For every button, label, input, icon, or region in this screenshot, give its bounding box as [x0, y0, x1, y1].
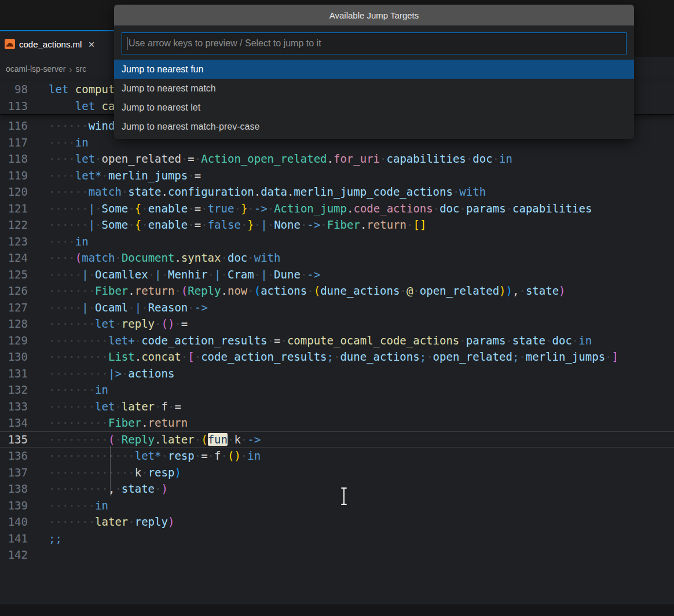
code-line[interactable]: 138·········,·state·) [0, 481, 674, 497]
line-number: 113 [0, 98, 49, 115]
line-number: 117 [0, 134, 49, 151]
code-line[interactable]: 140·······later·reply) [0, 514, 674, 530]
ocaml-file-icon [5, 39, 15, 49]
code-line[interactable]: 136·············let*·resp·=·f·()·in [0, 448, 674, 464]
code-line[interactable]: 131·········|>·actions [0, 365, 674, 382]
code-line-text: ;; [49, 530, 62, 547]
code-line[interactable]: 120······match·state.configuration.data.… [0, 184, 674, 200]
line-number: 122 [0, 217, 49, 233]
breadcrumb-item-project[interactable]: ocaml-lsp-server [6, 64, 65, 74]
code-line-text: ·········(·Reply.later·(fun·k·-> [49, 431, 261, 448]
code-line[interactable]: 130·········List.concat·[·code_action_re… [0, 349, 674, 365]
jump-target-option[interactable]: Jump to nearest match [114, 79, 634, 98]
line-number: 130 [0, 349, 49, 365]
line-number: 137 [0, 464, 49, 481]
quick-pick-placeholder: Use arrow keys to preview / Select to ju… [129, 38, 321, 49]
jump-target-option[interactable]: Jump to nearest match-prev-case [114, 117, 634, 136]
line-number: 135 [0, 431, 49, 448]
line-number: 141 [0, 530, 49, 547]
code-line-text: let comput [49, 81, 115, 98]
code-line-text: ·········,·state·) [49, 481, 168, 497]
line-number: 129 [0, 332, 49, 349]
line-number: 131 [0, 365, 49, 382]
code-line-text: ·······let·later·f·= [49, 398, 181, 415]
tab-close-icon[interactable]: × [88, 39, 94, 50]
line-number: 140 [0, 514, 49, 530]
code-editor[interactable]: 116······wind117····in118····let·open_re… [0, 118, 674, 563]
line-number: 139 [0, 497, 49, 514]
code-line[interactable]: 123····in [0, 233, 674, 250]
code-line[interactable]: 132·······in [0, 382, 674, 398]
code-line-text: ····let·open_related·=·Action_open_relat… [49, 151, 512, 167]
line-number: 120 [0, 184, 49, 200]
indent-guide [110, 446, 111, 496]
code-line[interactable]: 118····let·open_related·=·Action_open_re… [0, 151, 674, 167]
code-line[interactable]: 128·······let·reply·()·= [0, 316, 674, 332]
line-number: 136 [0, 448, 49, 464]
code-line-text: ····in [49, 134, 89, 151]
breadcrumb: ocaml-lsp-server › src [0, 57, 120, 81]
code-line[interactable]: 134·········Fiber.return [0, 415, 674, 431]
code-line-text: ·······in [49, 382, 108, 398]
code-line[interactable]: 127·····|·Ocaml·|·Reason·-> [0, 299, 674, 316]
line-number: 128 [0, 316, 49, 332]
code-line-text: ·········Fiber.return [49, 415, 188, 431]
code-line[interactable]: 135·········(·Reply.later·(fun·k·-> [0, 431, 674, 448]
code-line-text: ·····|·Ocaml·|·Reason·-> [49, 299, 208, 316]
jump-target-list: Jump to nearest funJump to nearest match… [114, 60, 634, 136]
code-line-text: ····let*·merlin_jumps·= [49, 167, 201, 184]
code-line-text: ·········let+·code_action_results·=·comp… [49, 332, 592, 349]
line-number: 123 [0, 233, 49, 250]
code-line[interactable]: 121······|·Some·{·enable·=·true·}·->·Act… [0, 200, 674, 217]
line-number: 134 [0, 415, 49, 431]
line-number: 142 [0, 547, 49, 563]
breadcrumb-item-folder[interactable]: src [75, 64, 86, 74]
code-line-text: let ca [49, 98, 115, 115]
line-number: 116 [0, 118, 49, 134]
code-line-text: ·············let*·resp·=·f·()·in [49, 448, 261, 464]
code-line-text: ·············k·resp) [49, 464, 181, 481]
line-number: 118 [0, 151, 49, 167]
code-line-text: ······match·state.configuration.data.mer… [49, 184, 486, 200]
vscode-window: code_actions.ml × ocaml-lsp-server › src… [0, 0, 674, 616]
jump-target-option[interactable]: Jump to nearest let [114, 98, 634, 117]
code-line-text: ·····|·Ocamllex·|·Menhir·|·Cram·|·Dune·-… [49, 266, 320, 283]
tab-label: code_actions.ml [19, 39, 82, 49]
code-line[interactable]: 122······|·Some·{·enable·=·false·}·|·Non… [0, 217, 674, 233]
line-number: 98 [0, 81, 49, 98]
line-number: 133 [0, 398, 49, 415]
line-number: 132 [0, 382, 49, 398]
code-line[interactable]: 137·············k·resp) [0, 464, 674, 481]
breadcrumb-chevron-icon: › [69, 64, 72, 74]
quick-pick-input[interactable]: Use arrow keys to preview / Select to ju… [122, 32, 627, 54]
code-line[interactable]: 129·········let+·code_action_results·=·c… [0, 332, 674, 349]
code-line[interactable]: 139·······in [0, 497, 674, 514]
code-line-text: ·······let·reply·()·= [49, 316, 188, 332]
code-line[interactable]: 142 [0, 547, 674, 563]
line-number: 126 [0, 283, 49, 299]
code-line-text: ······wind [49, 118, 115, 134]
code-line[interactable]: 126·······Fiber.return·(Reply.now·(actio… [0, 283, 674, 299]
code-line[interactable]: 124····(match·Document.syntax·doc·with [0, 250, 674, 266]
quick-pick-dialog: Available Jump Targets Use arrow keys to… [114, 5, 634, 139]
quick-pick-title: Available Jump Targets [114, 5, 634, 25]
code-line[interactable]: 133·······let·later·f·= [0, 398, 674, 415]
jump-target-option[interactable]: Jump to nearest fun [114, 60, 634, 79]
window-bottom-edge [0, 604, 674, 616]
code-line-text: ····in [49, 233, 89, 250]
tab-code-actions[interactable]: code_actions.ml × [0, 30, 114, 57]
line-number: 121 [0, 200, 49, 217]
line-number: 119 [0, 167, 49, 184]
code-line-text: ····(match·Document.syntax·doc·with [49, 250, 280, 266]
code-line-text: ·······in [49, 497, 108, 514]
mouse-ibeam-cursor [339, 486, 349, 508]
code-line-text: ·······later·reply) [49, 514, 174, 530]
code-line[interactable]: 125·····|·Ocamllex·|·Menhir·|·Cram·|·Dun… [0, 266, 674, 283]
line-number: 124 [0, 250, 49, 266]
text-caret [127, 37, 127, 50]
line-number: 138 [0, 481, 49, 497]
code-line-text: ·········List.concat·[·code_action_resul… [49, 349, 618, 365]
code-line[interactable]: 141;; [0, 530, 674, 547]
line-number: 125 [0, 266, 49, 283]
code-line[interactable]: 119····let*·merlin_jumps·= [0, 167, 674, 184]
